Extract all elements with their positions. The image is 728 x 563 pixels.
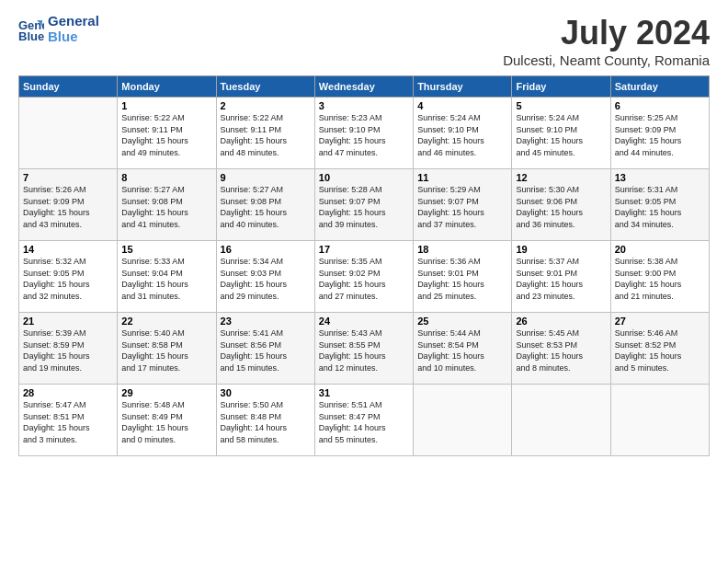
calendar-cell: 2Sunrise: 5:22 AM Sunset: 9:11 PM Daylig… [216,98,314,169]
calendar-cell: 8Sunrise: 5:27 AM Sunset: 9:08 PM Daylig… [118,169,216,241]
day-number: 16 [221,244,311,255]
day-number: 21 [23,316,113,327]
day-content: Sunrise: 5:33 AM Sunset: 9:04 PM Dayligh… [121,256,211,302]
logo-line2: Blue [48,29,99,45]
day-content: Sunrise: 5:47 AM Sunset: 8:51 PM Dayligh… [23,399,113,445]
day-number: 5 [516,100,606,111]
day-number: 9 [221,172,311,183]
day-content: Sunrise: 5:34 AM Sunset: 9:03 PM Dayligh… [221,256,311,302]
day-number: 3 [319,100,409,111]
day-number: 14 [23,244,113,255]
weekday-header: Saturday [610,76,709,98]
calendar-cell [610,385,709,456]
day-content: Sunrise: 5:41 AM Sunset: 8:56 PM Dayligh… [221,327,311,373]
calendar-cell: 12Sunrise: 5:30 AM Sunset: 9:06 PM Dayli… [512,169,610,241]
calendar-header-row: SundayMondayTuesdayWednesdayThursdayFrid… [19,76,710,98]
day-content: Sunrise: 5:39 AM Sunset: 8:59 PM Dayligh… [23,327,113,373]
day-number: 4 [417,100,507,111]
day-number: 23 [221,316,311,327]
day-content: Sunrise: 5:35 AM Sunset: 9:02 PM Dayligh… [319,256,409,302]
calendar-week-row: 1Sunrise: 5:22 AM Sunset: 9:11 PM Daylig… [19,98,710,169]
weekday-header: Thursday [414,76,512,98]
day-content: Sunrise: 5:46 AM Sunset: 8:52 PM Dayligh… [615,327,705,373]
weekday-header: Sunday [19,76,118,98]
day-number: 8 [121,172,211,183]
calendar-cell [512,385,610,456]
location-subtitle: Dulcesti, Neamt County, Romania [503,52,710,68]
calendar-cell [19,98,118,169]
day-content: Sunrise: 5:51 AM Sunset: 8:47 PM Dayligh… [319,399,409,445]
calendar-cell: 18Sunrise: 5:36 AM Sunset: 9:01 PM Dayli… [414,241,512,313]
calendar-cell: 15Sunrise: 5:33 AM Sunset: 9:04 PM Dayli… [118,241,216,313]
day-content: Sunrise: 5:27 AM Sunset: 9:08 PM Dayligh… [221,184,311,230]
day-content: Sunrise: 5:36 AM Sunset: 9:01 PM Dayligh… [417,256,507,302]
calendar-body: 1Sunrise: 5:22 AM Sunset: 9:11 PM Daylig… [19,98,710,456]
logo-line1: General [48,14,99,29]
calendar-week-row: 14Sunrise: 5:32 AM Sunset: 9:05 PM Dayli… [19,241,710,313]
calendar-cell: 19Sunrise: 5:37 AM Sunset: 9:01 PM Dayli… [512,241,610,313]
calendar-cell: 23Sunrise: 5:41 AM Sunset: 8:56 PM Dayli… [216,313,314,385]
weekday-header: Tuesday [216,76,314,98]
calendar-week-row: 7Sunrise: 5:26 AM Sunset: 9:09 PM Daylig… [19,169,710,241]
calendar-cell: 1Sunrise: 5:22 AM Sunset: 9:11 PM Daylig… [118,98,216,169]
day-number: 15 [121,244,211,255]
day-content: Sunrise: 5:25 AM Sunset: 9:09 PM Dayligh… [615,112,705,158]
day-content: Sunrise: 5:44 AM Sunset: 8:54 PM Dayligh… [417,327,507,373]
logo-icon: General Blue [18,17,44,42]
calendar-week-row: 21Sunrise: 5:39 AM Sunset: 8:59 PM Dayli… [19,313,710,385]
calendar-cell: 6Sunrise: 5:25 AM Sunset: 9:09 PM Daylig… [610,98,709,169]
day-number: 6 [615,100,705,111]
calendar-cell [414,385,512,456]
calendar-cell: 7Sunrise: 5:26 AM Sunset: 9:09 PM Daylig… [19,169,118,241]
calendar-cell: 17Sunrise: 5:35 AM Sunset: 9:02 PM Dayli… [314,241,413,313]
calendar-cell: 9Sunrise: 5:27 AM Sunset: 9:08 PM Daylig… [216,169,314,241]
day-number: 7 [23,172,113,183]
calendar-cell: 31Sunrise: 5:51 AM Sunset: 8:47 PM Dayli… [314,385,413,456]
day-content: Sunrise: 5:23 AM Sunset: 9:10 PM Dayligh… [319,112,409,158]
day-content: Sunrise: 5:30 AM Sunset: 9:06 PM Dayligh… [516,184,606,230]
day-number: 24 [319,316,409,327]
day-number: 12 [516,172,606,183]
day-number: 19 [516,244,606,255]
day-number: 11 [417,172,507,183]
day-content: Sunrise: 5:26 AM Sunset: 9:09 PM Dayligh… [23,184,113,230]
day-content: Sunrise: 5:24 AM Sunset: 9:10 PM Dayligh… [417,112,507,158]
title-block: July 2024 Dulcesti, Neamt County, Romani… [503,14,710,68]
day-number: 29 [121,387,211,398]
calendar-cell: 3Sunrise: 5:23 AM Sunset: 9:10 PM Daylig… [314,98,413,169]
day-content: Sunrise: 5:50 AM Sunset: 8:48 PM Dayligh… [221,399,311,445]
weekday-header: Monday [118,76,216,98]
calendar-cell: 27Sunrise: 5:46 AM Sunset: 8:52 PM Dayli… [610,313,709,385]
day-number: 22 [121,316,211,327]
day-content: Sunrise: 5:40 AM Sunset: 8:58 PM Dayligh… [121,327,211,373]
day-number: 18 [417,244,507,255]
calendar-cell: 26Sunrise: 5:45 AM Sunset: 8:53 PM Dayli… [512,313,610,385]
calendar-cell: 5Sunrise: 5:24 AM Sunset: 9:10 PM Daylig… [512,98,610,169]
month-title: July 2024 [503,14,710,52]
calendar-cell: 13Sunrise: 5:31 AM Sunset: 9:05 PM Dayli… [610,169,709,241]
page-header: General Blue General Blue July 2024 Dulc… [18,14,710,68]
day-number: 2 [221,100,311,111]
day-content: Sunrise: 5:38 AM Sunset: 9:00 PM Dayligh… [615,256,705,302]
calendar-cell: 16Sunrise: 5:34 AM Sunset: 9:03 PM Dayli… [216,241,314,313]
day-content: Sunrise: 5:43 AM Sunset: 8:55 PM Dayligh… [319,327,409,373]
calendar-table: SundayMondayTuesdayWednesdayThursdayFrid… [18,75,710,456]
day-content: Sunrise: 5:45 AM Sunset: 8:53 PM Dayligh… [516,327,606,373]
day-content: Sunrise: 5:32 AM Sunset: 9:05 PM Dayligh… [23,256,113,302]
day-content: Sunrise: 5:29 AM Sunset: 9:07 PM Dayligh… [417,184,507,230]
day-content: Sunrise: 5:31 AM Sunset: 9:05 PM Dayligh… [615,184,705,230]
calendar-cell: 21Sunrise: 5:39 AM Sunset: 8:59 PM Dayli… [19,313,118,385]
day-content: Sunrise: 5:22 AM Sunset: 9:11 PM Dayligh… [121,112,211,158]
day-content: Sunrise: 5:37 AM Sunset: 9:01 PM Dayligh… [516,256,606,302]
day-content: Sunrise: 5:48 AM Sunset: 8:49 PM Dayligh… [121,399,211,445]
calendar-cell: 24Sunrise: 5:43 AM Sunset: 8:55 PM Dayli… [314,313,413,385]
calendar-cell: 20Sunrise: 5:38 AM Sunset: 9:00 PM Dayli… [610,241,709,313]
calendar-cell: 11Sunrise: 5:29 AM Sunset: 9:07 PM Dayli… [414,169,512,241]
calendar-cell: 22Sunrise: 5:40 AM Sunset: 8:58 PM Dayli… [118,313,216,385]
day-content: Sunrise: 5:22 AM Sunset: 9:11 PM Dayligh… [221,112,311,158]
day-number: 13 [615,172,705,183]
day-number: 31 [319,387,409,398]
calendar-cell: 14Sunrise: 5:32 AM Sunset: 9:05 PM Dayli… [19,241,118,313]
day-content: Sunrise: 5:27 AM Sunset: 9:08 PM Dayligh… [121,184,211,230]
calendar-week-row: 28Sunrise: 5:47 AM Sunset: 8:51 PM Dayli… [19,385,710,456]
